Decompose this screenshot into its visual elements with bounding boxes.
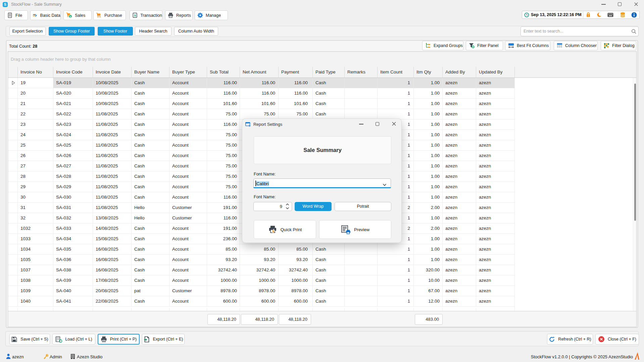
svg-text:AB: AB [33, 14, 36, 16]
svg-text:$: $ [134, 13, 136, 17]
